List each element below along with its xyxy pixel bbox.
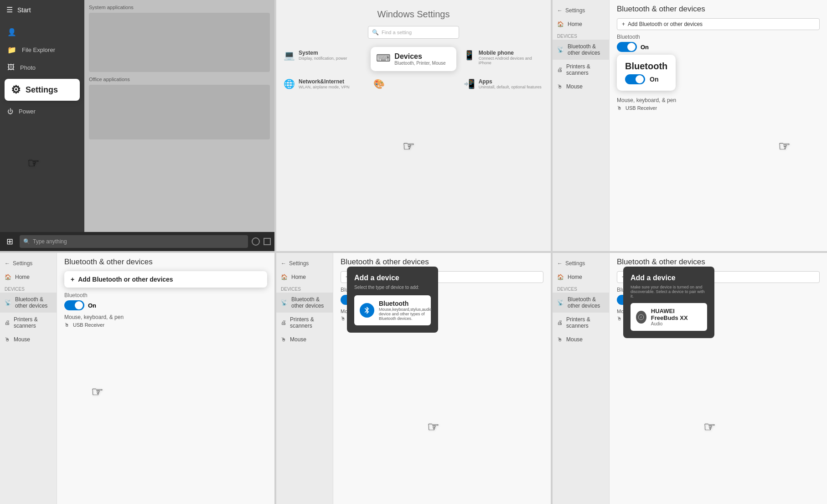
start-label: Start: [17, 6, 31, 14]
settings-sidebar-3: ← Settings 🏠 Home Devices 📡 Bluetooth & …: [553, 0, 610, 251]
sidebar-item-photo[interactable]: 🖼 Photo: [0, 59, 84, 76]
cell-4: ← Settings 🏠 Home Devices 📡 Bluetooth & …: [0, 253, 274, 504]
sidebar-item-user[interactable]: 👤: [0, 23, 84, 41]
bt-settings-4: ← Settings 🏠 Home Devices 📡 Bluetooth & …: [0, 253, 274, 504]
home-icon-4: 🏠: [5, 274, 11, 280]
system-apps-grid: [89, 13, 270, 72]
back-btn-3[interactable]: ← Settings: [553, 4, 609, 17]
back-label-4: Settings: [13, 260, 32, 267]
settings-item-phone[interactable]: 📱 Mobile phone Connect Android devices a…: [461, 47, 546, 71]
nav-printers-6[interactable]: 🖨 Printers & scanners: [553, 313, 609, 333]
nav-bt-5[interactable]: 📡 Bluetooth & other devices: [276, 293, 333, 313]
sidebar-item-fileexplorer[interactable]: 📁 File Explorer: [0, 41, 84, 59]
settings-button[interactable]: ⚙ Settings: [5, 79, 80, 101]
bt-nav-label-3: Bluetooth & other devices: [568, 43, 605, 56]
nav-bt-6[interactable]: 📡 Bluetooth & other devices: [553, 293, 609, 313]
add-device-highlight-4[interactable]: + Add Bluetooth or other devices: [64, 271, 267, 288]
add-device-btn-3[interactable]: + Add Bluetooth or other devices: [617, 18, 820, 30]
nav-mouse-6[interactable]: 🖱 Mouse: [553, 333, 609, 346]
nav-mouse-4[interactable]: 🖱 Mouse: [0, 333, 57, 346]
home-label-5: Home: [291, 274, 306, 280]
home-label-4: Home: [15, 274, 30, 280]
toggle-knob-4: [75, 301, 83, 309]
printers-label-6: Printers & scanners: [566, 316, 605, 329]
back-btn-5[interactable]: ← Settings: [276, 257, 333, 270]
power-label: Power: [19, 108, 36, 115]
nav-printers-5[interactable]: 🖨 Printers & scanners: [276, 313, 333, 333]
settings-gear-icon: ⚙: [11, 83, 21, 96]
usb-icon-4: 🖱: [64, 322, 69, 328]
back-arrow-icon-6: ←: [557, 260, 563, 267]
bt-toggle-switch-3[interactable]: [617, 42, 637, 52]
bt-nav-label-6: Bluetooth & other devices: [568, 296, 605, 309]
windows-icon[interactable]: ⊞: [4, 237, 16, 247]
device-found-dialog-6: Add a device Make sure your device is tu…: [623, 267, 714, 338]
device-item-6[interactable]: ♪ HUAWEI FreeBuds XX Audio: [631, 303, 707, 331]
mouse-label-3: Mouse: [566, 83, 583, 90]
apps-sub: Uninstall, default, optional features: [479, 85, 542, 89]
dialog-6: Add a device Make sure your device is tu…: [623, 267, 714, 338]
settings-item-system[interactable]: 💻 System Display, notification, power: [281, 47, 366, 71]
bt-settings-6: ← Settings 🏠 Home Devices 📡 Bluetooth & …: [553, 253, 827, 504]
nav-home-4[interactable]: 🏠 Home: [0, 270, 57, 284]
sidebar-item-power[interactable]: ⏻ Power: [0, 103, 84, 119]
nav-bt-4[interactable]: 📡 Bluetooth & other devices: [0, 293, 57, 313]
bt-settings-5: ← Settings 🏠 Home Devices 📡 Bluetooth & …: [276, 253, 551, 504]
taskbar-search[interactable]: 🔍 Type anything: [20, 235, 248, 248]
hamburger-icon[interactable]: ☰: [6, 5, 13, 14]
device-name-6: HUAWEI FreeBuds XX: [651, 308, 702, 321]
home-icon-3: 🏠: [557, 21, 564, 27]
settings-item-network[interactable]: 🌐 Network&Internet WLAN, airplane mode, …: [281, 76, 366, 92]
device-circle-icon-6: ♪: [636, 311, 646, 324]
nav-bt-3[interactable]: 📡 Bluetooth & other devices: [553, 40, 609, 60]
bt-section-3: Bluetooth On: [617, 34, 820, 52]
search-find-icon: 🔍: [372, 29, 379, 36]
dialog-title-6: Add a device: [631, 274, 707, 282]
page-title-5: Bluetooth & other devices: [341, 257, 543, 267]
system-icon: 💻: [284, 50, 295, 61]
dialog-option-bt-5[interactable]: Bluetooth Mouse,keyboard,stylus,audio de…: [354, 295, 431, 325]
bt-toggle-switch-4[interactable]: [64, 300, 84, 310]
usb-icon-3: 🖱: [617, 105, 622, 111]
nav-printers-3[interactable]: 🖨 Printers & scanners: [553, 60, 609, 80]
printers-label-3: Printers & scanners: [566, 63, 605, 76]
settings-content-5: Bluetooth & other devices + Add Bluetoot…: [333, 253, 551, 504]
taskbar: ⊞ 🔍 Type anything: [0, 232, 274, 251]
settings-sidebar-5: ← Settings 🏠 Home Devices 📡 Bluetooth & …: [276, 253, 333, 504]
taskbar-cortana[interactable]: [252, 237, 260, 246]
device-label-3: USB Receiver: [625, 105, 657, 111]
apps-icon: 📲: [464, 78, 475, 89]
taskbar-task-view[interactable]: [264, 238, 271, 245]
back-btn-4[interactable]: ← Settings: [0, 257, 57, 270]
mouse-section-4: Mouse, keyboard, & pen: [64, 314, 267, 320]
settings-item-apps[interactable]: 📲 Apps Uninstall, default, optional feat…: [461, 76, 546, 92]
page-title-4: Bluetooth & other devices: [64, 257, 267, 267]
bt-toggle-value-3: On: [641, 44, 649, 51]
back-arrow-icon-4: ←: [5, 260, 10, 267]
mouse-label-6: Mouse: [566, 336, 583, 343]
device-row-3: 🖱 USB Receiver: [617, 103, 820, 113]
folder-icon: 📁: [7, 46, 16, 54]
sidebar-photo-label: Photo: [20, 64, 36, 71]
nav-home-3[interactable]: 🏠 Home: [553, 17, 609, 31]
back-btn-6[interactable]: ← Settings: [553, 257, 609, 270]
nav-home-5[interactable]: 🏠 Home: [276, 270, 333, 284]
mouse-icon-6: 🖱: [557, 336, 563, 343]
cell-3-inner: ← Settings 🏠 Home Devices 📡 Bluetooth & …: [553, 0, 827, 251]
settings-item-devices[interactable]: ⌨ Devices Bluetooth, Printer, Mouse: [371, 47, 456, 71]
nav-home-6[interactable]: 🏠 Home: [553, 270, 609, 284]
app-panel: System applications Office applications: [84, 0, 274, 251]
settings-search-box[interactable]: 🔍 Find a setting: [368, 26, 459, 39]
printers-icon-4: 🖨: [5, 319, 10, 326]
office-apps-grid: [89, 85, 270, 139]
nav-mouse-3[interactable]: 🖱 Mouse: [553, 80, 609, 93]
start-menu: ☰ Start 👤 📁 File Explorer 🖼: [0, 0, 274, 251]
nav-printers-4[interactable]: 🖨 Printers & scanners: [0, 313, 57, 333]
nav-mouse-5[interactable]: 🖱 Mouse: [276, 333, 333, 346]
bt-card-switch-3[interactable]: [625, 74, 645, 84]
devices-section-4: Devices: [0, 284, 57, 293]
settings-item-personal[interactable]: 🎨: [371, 76, 456, 92]
back-label-3: Settings: [565, 7, 585, 14]
printers-label-4: Printers & scanners: [14, 316, 52, 329]
search-icon: 🔍: [23, 238, 30, 245]
